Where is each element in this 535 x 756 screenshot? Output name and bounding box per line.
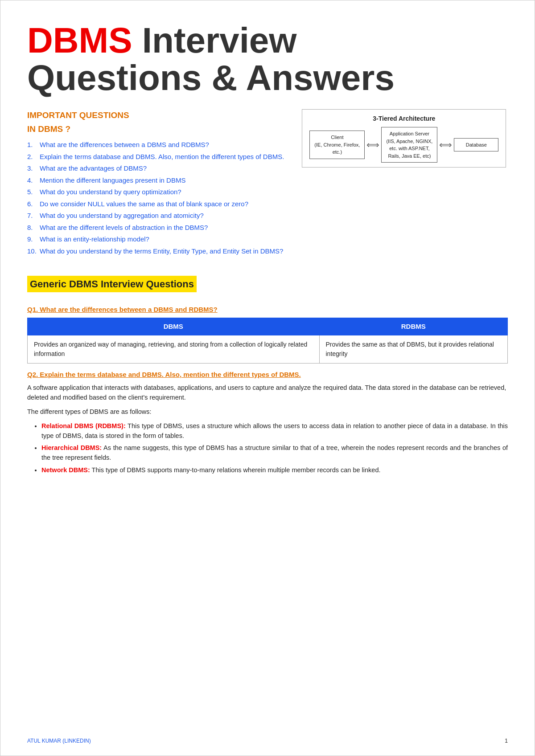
list-item-hierarchical: Hierarchical DBMS: As the name suggests,… <box>41 443 508 463</box>
questions-list: 1.What are the differences between a DBM… <box>27 140 284 256</box>
arch-client-box: Client(IE, Chrome, Firefox,etc.) <box>309 131 365 159</box>
list-item: 5.What do you understand by query optimi… <box>27 187 284 197</box>
arch-db-box: Database <box>454 138 498 152</box>
list-item: 2.Explain the terms database and DBMS. A… <box>27 152 284 162</box>
architecture-diagram: 3-Tiered Architecture Client(IE, Chrome,… <box>302 109 506 168</box>
q2-para-1: A software application that interacts wi… <box>27 383 508 403</box>
table-header-dbms: DBMS <box>28 318 320 335</box>
list-item: 6.Do we consider NULL values the same as… <box>27 199 284 209</box>
title-block: DBMS Interview Questions & Answers <box>27 22 508 97</box>
generic-section-heading: Generic DBMS Interview Questions <box>27 276 197 292</box>
q2-label: Q2. Explain the terms database and DBMS.… <box>27 370 508 380</box>
footer-right: 1 <box>505 737 508 745</box>
list-item: 8.What are the different levels of abstr… <box>27 223 284 233</box>
arch-arrow-2: ⟺ <box>437 138 454 151</box>
list-item: 10.What do you understand by the terms E… <box>27 246 284 257</box>
q2-para-2: The different types of DBMS are as follo… <box>27 407 508 417</box>
list-item-relational: Relational DBMS (RDBMS): This type of DB… <box>41 421 508 441</box>
title-line1: DBMS Interview <box>27 22 508 59</box>
bullet-text-network: This type of DBMS supports many-to-many … <box>92 466 381 474</box>
arch-server-box: Application Server(IIS, Apache, NGINX,et… <box>381 127 437 163</box>
list-item: 7.What do you understand by aggregation … <box>27 211 284 221</box>
list-item: 3.What are the advantages of DBMS? <box>27 163 284 174</box>
list-item: 4.Mention the different languages presen… <box>27 176 284 186</box>
arch-title: 3-Tiered Architecture <box>309 114 498 123</box>
title-rest: Interview <box>142 20 297 60</box>
page: DBMS Interview Questions & Answers IMPOR… <box>0 0 535 756</box>
bullet-term-network: Network DBMS: <box>41 466 90 474</box>
important-section: IMPORTANT QUESTIONS IN DBMS ? 1.What are… <box>27 109 508 258</box>
title-dbms: DBMS <box>27 20 132 60</box>
bullet-text-hierarchical: As the name suggests, this type of DBMS … <box>41 444 508 461</box>
bullet-term-hierarchical: Hierarchical DBMS: <box>41 444 102 451</box>
table-cell-rdbms: Provides the same as that of DBMS, but i… <box>319 335 508 364</box>
title-line2: Questions & Answers <box>27 59 508 97</box>
list-item: 9.What is an entity-relationship model? <box>27 234 284 245</box>
table-row: Provides an organized way of managing, r… <box>28 335 508 364</box>
footer: ATUL KUMAR (LINKEDIN) 1 <box>27 737 508 745</box>
q1-label: Q1. What are the differences between a D… <box>27 305 508 315</box>
bullet-list: Relational DBMS (RDBMS): This type of DB… <box>27 421 508 475</box>
comparison-table: DBMS RDBMS Provides an organized way of … <box>27 318 508 364</box>
list-item: 1.What are the differences between a DBM… <box>27 140 284 150</box>
important-heading-line2: IN DBMS ? <box>27 123 284 136</box>
bullet-term-relational: Relational DBMS (RDBMS): <box>41 422 126 429</box>
important-heading-line1: IMPORTANT QUESTIONS <box>27 109 284 122</box>
list-item-network: Network DBMS: This type of DBMS supports… <box>41 466 508 475</box>
arch-arrow-1: ⟺ <box>365 138 381 151</box>
important-left: IMPORTANT QUESTIONS IN DBMS ? 1.What are… <box>27 109 284 258</box>
table-cell-dbms: Provides an organized way of managing, r… <box>28 335 320 364</box>
arch-boxes: Client(IE, Chrome, Firefox,etc.) ⟺ Appli… <box>309 127 498 163</box>
footer-left: ATUL KUMAR (LINKEDIN) <box>27 737 91 745</box>
table-header-rdbms: RDBMS <box>319 318 508 335</box>
